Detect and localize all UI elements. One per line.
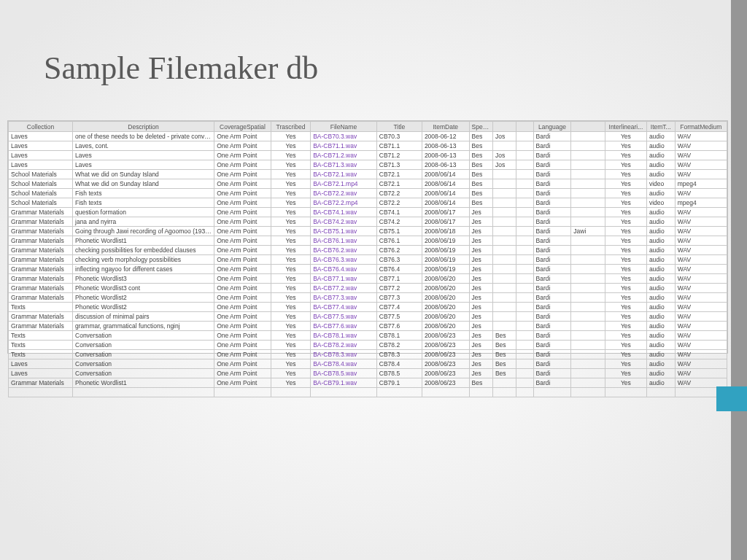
table-row[interactable]: LavesConversationOne Arm PointYesBA-CB78…	[9, 359, 727, 369]
cell-collection: Grammar Materials	[9, 265, 73, 274]
table-row[interactable]: Grammar Materialsinflecting ngayoo for d…	[9, 265, 727, 274]
table-row[interactable]: Grammar MaterialsPhonetic Wordlist1One A…	[9, 378, 727, 388]
filename-link[interactable]: BA-CB79.1.wav	[313, 379, 357, 386]
filename-link[interactable]: BA-CB71.3.wav	[313, 161, 357, 168]
cell-format: WAV	[675, 132, 727, 141]
table-row[interactable]: TextsConversationOne Arm PointYesBA-CB78…	[9, 341, 727, 350]
column-header[interactable]	[492, 122, 516, 132]
filename-link[interactable]: BA-CB76.2.wav	[313, 246, 357, 254]
column-header[interactable]: Language	[533, 122, 571, 132]
table-row[interactable]: LavesLaves, cont.One Arm PointYesBA-CB71…	[9, 141, 727, 151]
cell-sp2: Jos	[492, 151, 516, 160]
table-row[interactable]: Lavesone of these needs to be deleted - …	[9, 132, 727, 141]
table-row-empty	[9, 388, 727, 397]
cell-trascribed: Yes	[271, 227, 310, 236]
filename-link[interactable]: BA-CB77.6.wav	[313, 322, 357, 330]
table-row[interactable]: Grammar MaterialsPhonetic Wordlist3 cont…	[9, 284, 727, 293]
filename-link[interactable]: BA-CB77.1.wav	[313, 275, 357, 282]
table-row[interactable]: LavesConversationOne Arm PointYesBA-CB78…	[9, 369, 727, 378]
cell-itemt: audio	[646, 331, 675, 341]
filename-link[interactable]: BA-CB76.3.wav	[313, 256, 357, 263]
cell-description: checking verb morphology possibilities	[73, 255, 214, 265]
column-header[interactable]: FormatMedium	[675, 122, 727, 132]
table-row[interactable]: LavesLavesOne Arm PointYesBA-CB71.2.wavC…	[9, 151, 727, 160]
filename-link[interactable]: BA-CB77.2.wav	[313, 284, 357, 292]
cell-interlin: Yes	[605, 331, 646, 341]
column-header[interactable]: ItemDate	[422, 122, 469, 132]
filename-link[interactable]: BA-CB78.5.wav	[313, 370, 357, 377]
table-row[interactable]: Grammar Materialschecking possibilities …	[9, 246, 727, 255]
table-row[interactable]: Grammar MaterialsPhonetic Wordlist2One A…	[9, 293, 727, 303]
filename-link[interactable]: BA-CB70.3.wav	[313, 133, 357, 140]
table-row[interactable]: LavesLavesOne Arm PointYesBA-CB71.3.wavC…	[9, 160, 727, 170]
table-row[interactable]: Grammar Materialsgrammar, grammatical fu…	[9, 322, 727, 331]
filename-link[interactable]: BA-CB77.5.wav	[313, 313, 357, 320]
filename-link[interactable]: BA-CB72.1.mp4	[313, 180, 357, 187]
cell-collection: Laves	[9, 160, 73, 170]
column-header[interactable]: Description	[73, 122, 214, 132]
filename-link[interactable]: BA-CB78.2.wav	[313, 341, 357, 349]
filename-link[interactable]: BA-CB71.1.wav	[313, 142, 357, 149]
cell-lang1: Bardi	[533, 141, 571, 151]
cell-collection: Grammar Materials	[9, 227, 73, 236]
column-header[interactable]: CoverageSpatial	[214, 122, 271, 132]
table-row[interactable]: Grammar MaterialsGoing through Jawi reco…	[9, 227, 727, 236]
cell-sp3	[516, 208, 533, 217]
filename-link[interactable]: BA-CB74.2.wav	[313, 218, 357, 225]
column-header[interactable]: FileName	[311, 122, 377, 132]
cell-format: WAV	[675, 293, 727, 303]
filename-link[interactable]: BA-CB77.3.wav	[313, 294, 357, 301]
column-header[interactable]	[571, 122, 605, 132]
cell-sp1: Bes	[469, 179, 492, 189]
cell-filename: BA-CB71.2.wav	[311, 151, 377, 160]
cell-sp3	[516, 170, 533, 179]
filename-link[interactable]: BA-CB71.2.wav	[313, 152, 357, 159]
filename-link[interactable]: BA-CB72.2.wav	[313, 190, 357, 197]
filename-link[interactable]: BA-CB74.1.wav	[313, 209, 357, 216]
cell-format: WAV	[675, 359, 727, 369]
table-row[interactable]: TextsConversationOne Arm PointYesBA-CB78…	[9, 331, 727, 341]
cell-filename: BA-CB75.1.wav	[311, 227, 377, 236]
table-row[interactable]: School MaterialsWhat we did on Sunday Is…	[9, 170, 727, 179]
table-row[interactable]: Grammar Materialsjana and nyirraOne Arm …	[9, 217, 727, 227]
column-header[interactable]: Speakers	[469, 122, 492, 132]
filename-link[interactable]: BA-CB77.4.wav	[313, 303, 357, 311]
column-header[interactable]: Interlineari...	[605, 122, 646, 132]
table-row[interactable]: TextsConversationOne Arm PointYesBA-CB78…	[9, 350, 727, 359]
filename-link[interactable]: BA-CB78.1.wav	[313, 332, 357, 339]
cell-itemt: audio	[646, 369, 675, 378]
table-row[interactable]: School MaterialsWhat we did on Sunday Is…	[9, 179, 727, 189]
cell-collection: School Materials	[9, 179, 73, 189]
table-row[interactable]: Grammar Materialschecking verb morpholog…	[9, 255, 727, 265]
cell-sp1: Bes	[469, 132, 492, 141]
filename-link[interactable]: BA-CB75.1.wav	[313, 228, 357, 235]
cell-lang2	[571, 255, 605, 265]
cell-title: CB77.3	[376, 293, 422, 303]
column-header[interactable]: Collection	[9, 122, 73, 132]
filename-link[interactable]: BA-CB72.2.mp4	[313, 199, 357, 206]
table-row[interactable]: Grammar MaterialsPhonetic Wordlist3One A…	[9, 274, 727, 284]
column-header[interactable]: ItemT...	[646, 122, 675, 132]
cell-sp1: Jes	[469, 369, 492, 378]
table-row[interactable]: Grammar MaterialsPhonetic Wordlist1One A…	[9, 236, 727, 246]
column-header[interactable]: Trascribed	[271, 122, 310, 132]
column-header[interactable]	[516, 122, 533, 132]
cell-date: 2008/06/17	[422, 217, 469, 227]
filename-link[interactable]: BA-CB78.4.wav	[313, 360, 357, 368]
table-row[interactable]: TextsPhonetic Wordlist2One Arm PointYesB…	[9, 303, 727, 312]
cell-filename: BA-CB76.2.wav	[311, 246, 377, 255]
table-row[interactable]: School MaterialsFish textsOne Arm PointY…	[9, 189, 727, 198]
cell-date: 2008/06/17	[422, 208, 469, 217]
cell-sp2	[492, 303, 516, 312]
cell-title: CB74.1	[376, 208, 422, 217]
filename-link[interactable]: BA-CB78.3.wav	[313, 351, 357, 358]
cell-trascribed: Yes	[271, 198, 310, 208]
table-row[interactable]: School MaterialsFish textsOne Arm PointY…	[9, 198, 727, 208]
filename-link[interactable]: BA-CB76.4.wav	[313, 265, 357, 273]
filename-link[interactable]: BA-CB76.1.wav	[313, 237, 357, 244]
cell-lang1: Bardi	[533, 246, 571, 255]
column-header[interactable]: Title	[376, 122, 422, 132]
table-row[interactable]: Grammar Materialsdiscussion of minimal p…	[9, 312, 727, 322]
table-row[interactable]: Grammar Materialsquestion formationOne A…	[9, 208, 727, 217]
filename-link[interactable]: BA-CB72.1.wav	[313, 171, 357, 178]
